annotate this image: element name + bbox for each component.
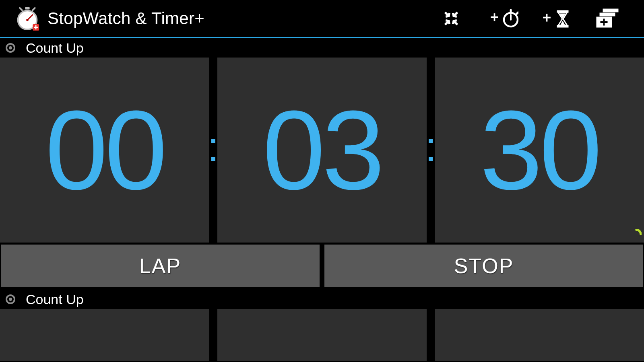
svg-rect-17 xyxy=(603,9,618,12)
hours-value: 00 xyxy=(45,94,164,206)
svg-line-13 xyxy=(516,12,518,14)
seconds-panel[interactable]: 30 xyxy=(435,58,644,243)
timer2-mode-label: Count Up xyxy=(26,292,84,307)
svg-text:+: + xyxy=(490,9,499,25)
svg-rect-21 xyxy=(600,21,608,23)
add-stopwatch-icon[interactable]: + xyxy=(477,0,530,37)
hours-panel[interactable]: 00 xyxy=(0,58,209,243)
lap-button[interactable]: LAP xyxy=(1,245,320,287)
running-spinner-icon xyxy=(631,229,642,239)
add-hourglass-icon[interactable]: + xyxy=(530,0,582,37)
timer1-mode-label: Count Up xyxy=(26,40,84,56)
colon-2 xyxy=(427,58,435,243)
minutes-value: 03 xyxy=(262,94,381,206)
add-pane-icon[interactable] xyxy=(582,0,634,37)
radio-icon xyxy=(6,43,15,53)
svg-point-23 xyxy=(9,46,12,49)
timer1-button-row: LAP STOP xyxy=(0,245,644,287)
hours-panel[interactable] xyxy=(0,309,209,361)
seconds-panel[interactable] xyxy=(435,309,644,361)
app-title: StopWatch & Timer+ xyxy=(47,9,204,28)
svg-text:+: + xyxy=(543,9,551,26)
timer1-time-display: 00 03 30 xyxy=(0,58,644,243)
app-icon xyxy=(15,6,39,31)
svg-point-25 xyxy=(9,298,12,301)
timer2-mode-bar[interactable]: Count Up xyxy=(0,290,644,309)
svg-rect-0 xyxy=(25,7,29,10)
colon-1 xyxy=(209,58,217,243)
seconds-value: 30 xyxy=(480,94,599,206)
svg-line-1 xyxy=(20,8,22,10)
svg-line-2 xyxy=(33,8,35,10)
action-bar: StopWatch & Timer+ + xyxy=(0,0,644,37)
collapse-icon[interactable] xyxy=(425,0,477,37)
minutes-panel[interactable] xyxy=(217,309,427,361)
timer1-mode-bar[interactable]: Count Up xyxy=(0,38,644,58)
stop-button[interactable]: STOP xyxy=(324,245,643,287)
svg-rect-8 xyxy=(34,27,38,28)
minutes-panel[interactable]: 03 xyxy=(217,58,427,243)
timer2-time-display xyxy=(0,309,644,361)
radio-icon xyxy=(6,294,15,304)
svg-rect-18 xyxy=(600,13,615,16)
